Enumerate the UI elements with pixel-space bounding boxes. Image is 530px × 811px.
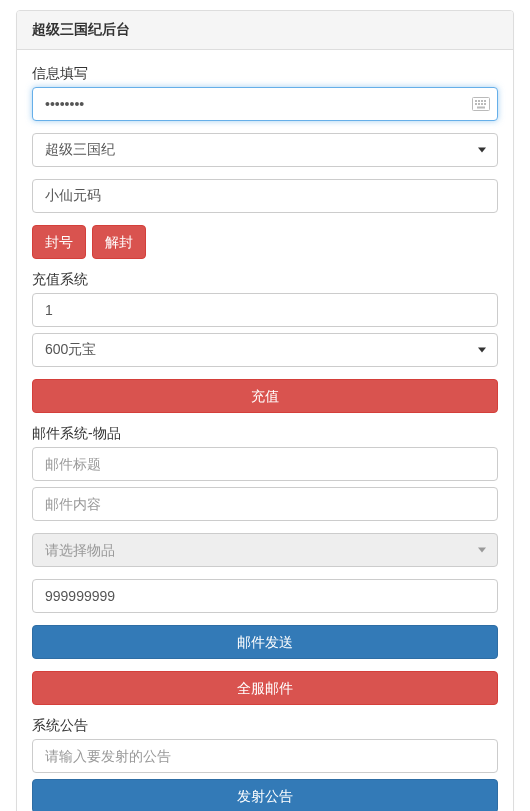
mail-broadcast-button[interactable]: 全服邮件 (32, 671, 498, 705)
recharge-label: 充值系统 (32, 271, 498, 289)
recharge-button[interactable]: 充值 (32, 379, 498, 413)
mail-label: 邮件系统-物品 (32, 425, 498, 443)
recharge-option-select[interactable] (32, 333, 498, 367)
ban-button[interactable]: 封号 (32, 225, 86, 259)
chevron-down-icon (478, 548, 486, 553)
panel-title: 超级三国纪后台 (17, 11, 513, 50)
announce-button[interactable]: 发射公告 (32, 779, 498, 811)
announce-input[interactable] (32, 739, 498, 773)
mail-item-select[interactable] (32, 533, 498, 567)
announce-label: 系统公告 (32, 717, 498, 735)
mail-send-button[interactable]: 邮件发送 (32, 625, 498, 659)
info-label: 信息填写 (32, 65, 498, 83)
chevron-down-icon (478, 148, 486, 153)
mail-quantity-input[interactable] (32, 579, 498, 613)
mail-content-input[interactable] (32, 487, 498, 521)
password-input[interactable] (32, 87, 498, 121)
unban-button[interactable]: 解封 (92, 225, 146, 259)
recharge-amount-input[interactable] (32, 293, 498, 327)
server-select[interactable] (32, 133, 498, 167)
admin-panel: 超级三国纪后台 信息填写 封号 解封 充值系统 (16, 10, 514, 811)
nickname-input[interactable] (32, 179, 498, 213)
mail-title-input[interactable] (32, 447, 498, 481)
panel-body: 信息填写 封号 解封 充值系统 充值 (17, 50, 513, 811)
chevron-down-icon (478, 348, 486, 353)
